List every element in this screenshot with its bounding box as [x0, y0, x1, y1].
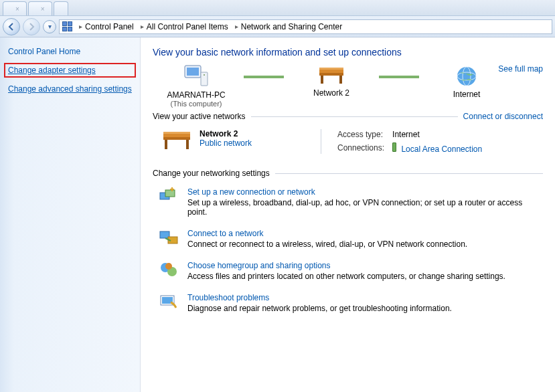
breadcrumb-item[interactable]: Control Panel	[85, 22, 134, 31]
svg-rect-6	[321, 76, 323, 84]
active-network-panel: Network 2 Public network Access type: In…	[153, 126, 543, 165]
section-title: View your active networks	[153, 112, 246, 121]
svg-rect-14	[165, 140, 167, 149]
svg-rect-1	[187, 68, 199, 76]
network-node-internet: Internet	[423, 65, 510, 107]
bench-icon	[288, 66, 375, 88]
node-sublabel: (This computer)	[153, 100, 240, 108]
control-panel-home-link[interactable]: Control Panel Home	[8, 47, 132, 56]
node-label: Network 2	[288, 88, 375, 98]
svg-rect-8	[319, 68, 343, 70]
svg-rect-16	[163, 132, 190, 134]
see-full-map-link[interactable]: See full map	[498, 64, 543, 74]
svg-rect-13	[163, 137, 190, 140]
bench-icon	[161, 129, 193, 154]
browser-tab[interactable]: ×	[3, 1, 27, 15]
task-troubleshoot: Troubleshoot problems Diagnose and repai…	[158, 293, 543, 313]
highlight-box: Change adapter settings	[4, 63, 136, 78]
task-title-link[interactable]: Set up a new connection or network	[187, 187, 543, 197]
breadcrumb-item[interactable]: All Control Panel Items	[147, 22, 228, 31]
task-desc: Set up a wireless, broadband, dial-up, a…	[187, 198, 543, 217]
network-link-line	[379, 76, 419, 78]
page-title: View your basic network information and …	[153, 47, 543, 58]
access-type-label: Access type:	[337, 130, 384, 139]
svg-point-9	[457, 67, 476, 86]
task-title-link[interactable]: Connect to a network	[187, 229, 467, 238]
forward-button[interactable]	[23, 18, 40, 35]
connections-label: Connections:	[337, 143, 384, 153]
network-node-network: Network 2	[288, 66, 375, 106]
control-panel-icon	[62, 21, 72, 31]
networking-settings-header: Change your networking settings	[153, 169, 543, 178]
task-connect-network: Connect to a network Connect or reconnec…	[158, 229, 543, 249]
setup-connection-icon	[158, 187, 179, 217]
browser-tabstrip: × ×	[0, 0, 555, 16]
change-advanced-sharing-link[interactable]: Change advanced sharing settings	[8, 84, 132, 94]
globe-icon	[423, 65, 510, 90]
nic-icon	[392, 142, 396, 152]
node-label: Internet	[423, 90, 510, 99]
task-desc: Connect or reconnect to a wireless, wire…	[187, 239, 467, 249]
change-adapter-settings-link[interactable]: Change adapter settings	[8, 66, 96, 75]
connection-link[interactable]: Local Area Connection	[401, 144, 482, 154]
svg-rect-15	[186, 140, 189, 149]
network-type-link[interactable]: Public network	[200, 138, 252, 148]
troubleshoot-icon	[158, 293, 179, 313]
network-node-computer: AMARNATH-PC (This computer)	[153, 64, 240, 108]
active-network-name: Network 2	[200, 129, 252, 138]
task-title-link[interactable]: Troubleshoot problems	[187, 293, 452, 302]
sidebar: Control Panel Home Change adapter settin…	[0, 37, 141, 392]
task-list: Set up a new connection or network Set u…	[153, 183, 543, 313]
svg-rect-5	[319, 73, 343, 76]
connect-network-icon	[158, 229, 179, 249]
history-dropdown-button[interactable]: ▾	[43, 20, 56, 33]
access-type-value: Internet	[392, 130, 482, 139]
node-label: AMARNATH-PC	[153, 90, 240, 100]
breadcrumb-item[interactable]: Network and Sharing Center	[241, 22, 342, 31]
connect-disconnect-link[interactable]: Connect or disconnect	[463, 112, 543, 121]
task-setup-connection: Set up a new connection or network Set u…	[158, 187, 543, 217]
main-content: View your basic network information and …	[141, 37, 555, 392]
chevron-right-icon: ▸	[235, 23, 238, 30]
svg-point-23	[165, 263, 172, 270]
task-desc: Access files and printers located on oth…	[187, 272, 505, 281]
chevron-right-icon: ▸	[141, 23, 144, 30]
svg-rect-18	[165, 190, 175, 197]
svg-rect-7	[339, 76, 342, 84]
close-icon[interactable]: ×	[15, 5, 19, 13]
browser-tab[interactable]	[54, 1, 68, 15]
task-homegroup-sharing: Choose homegroup and sharing options Acc…	[158, 261, 543, 281]
explorer-navbar: ▾ ▸Control Panel ▸All Control Panel Item…	[0, 16, 555, 37]
breadcrumb[interactable]: ▸Control Panel ▸All Control Panel Items …	[59, 19, 552, 34]
homegroup-icon	[158, 261, 179, 281]
active-networks-header: View your active networks Connect or dis…	[153, 112, 543, 121]
computer-icon	[153, 64, 240, 90]
task-title-link[interactable]: Choose homegroup and sharing options	[187, 261, 505, 270]
back-button[interactable]	[3, 18, 20, 35]
section-title: Change your networking settings	[153, 169, 270, 178]
browser-tab[interactable]: ×	[28, 1, 52, 15]
network-map-row: AMARNATH-PC (This computer) Network 2	[153, 64, 543, 108]
svg-point-3	[204, 74, 205, 76]
close-icon[interactable]: ×	[41, 5, 45, 13]
chevron-right-icon: ▸	[79, 23, 82, 30]
network-link-line	[244, 76, 284, 78]
task-desc: Diagnose and repair network problems, or…	[187, 304, 452, 313]
